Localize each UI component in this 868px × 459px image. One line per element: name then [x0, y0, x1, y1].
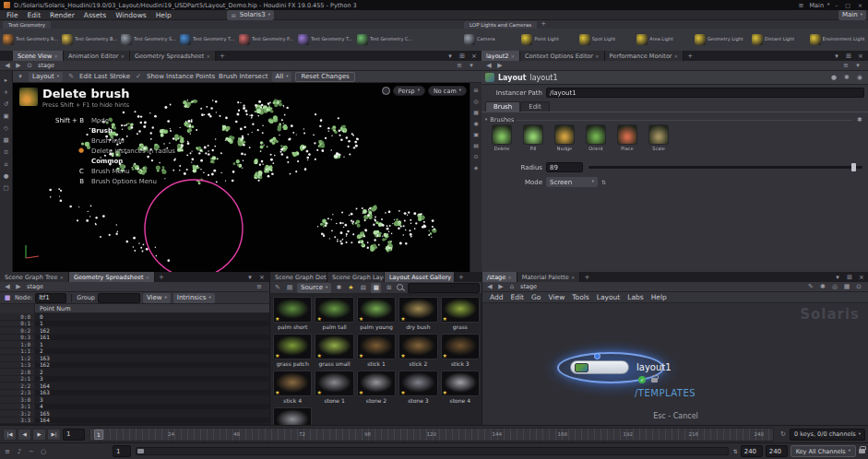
frame-all-icon[interactable]: ◈: [472, 163, 481, 171]
key-all-channels-button[interactable]: Key All Channels▾: [791, 445, 856, 457]
loop-mode-icon[interactable]: ↻: [779, 430, 788, 439]
close-tab-icon[interactable]: ×: [674, 53, 679, 59]
handles-tool-icon[interactable]: ◇: [2, 124, 10, 132]
menu-item[interactable]: Go: [528, 293, 544, 301]
pane-close-icon[interactable]: ×: [856, 52, 865, 61]
favorite-star-icon[interactable]: ★: [443, 315, 447, 322]
shelf-tool[interactable]: Distant Light: [752, 34, 807, 45]
view-select[interactable]: View▾: [143, 293, 171, 303]
playback-range-slider[interactable]: [136, 447, 729, 455]
motion-path-icon[interactable]: ~: [27, 447, 36, 456]
path-text[interactable]: stage: [520, 283, 537, 290]
display-flag-icon[interactable]: ✓: [638, 376, 646, 383]
close-button[interactable]: ×: [856, 2, 864, 8]
home-icon[interactable]: ⌂: [507, 282, 517, 291]
wireframe-icon[interactable]: ▦: [472, 108, 481, 116]
timeline-ruler[interactable]: 1 24487296120144168192216240: [89, 428, 774, 441]
forward-icon[interactable]: ▶: [14, 282, 23, 291]
favorite-star-icon[interactable]: ★: [275, 389, 279, 395]
tool-mode-select[interactable]: Layout▾: [29, 72, 63, 82]
range-end-field[interactable]: 240: [741, 445, 763, 457]
asset-item[interactable]: ★ dry bush: [398, 297, 437, 330]
node-label[interactable]: layout1: [636, 362, 672, 372]
brush-item[interactable]: Scale: [646, 124, 672, 151]
radius-field[interactable]: 89: [546, 162, 583, 172]
chevron-down-icon[interactable]: ▾: [853, 61, 862, 70]
instancer-path-field[interactable]: /layout1: [546, 88, 864, 98]
shelf-tool[interactable]: Test Geometry R...: [3, 34, 60, 45]
mode-select[interactable]: Screen▾: [546, 177, 598, 187]
translate-tool-icon[interactable]: +: [2, 88, 10, 96]
close-tab-icon[interactable]: ×: [571, 275, 576, 280]
pane-close-icon[interactable]: ×: [470, 52, 479, 61]
shelf-tab-lop-lights[interactable]: LOP Lights and Cameras: [464, 21, 537, 29]
intersect-filter-select[interactable]: All▾: [272, 72, 292, 82]
asset-item[interactable]: ★ grass small: [315, 334, 353, 367]
shelf-tool[interactable]: Area Light: [636, 34, 692, 45]
mode-spinner[interactable]: ⇅: [601, 179, 606, 185]
close-tab-icon[interactable]: ×: [510, 53, 515, 59]
pane-split-icon[interactable]: ⊞: [845, 273, 854, 282]
pencil-icon[interactable]: ✎: [66, 72, 76, 81]
close-tab-icon[interactable]: ×: [595, 53, 600, 59]
pane-split-icon[interactable]: ⊞: [458, 52, 467, 61]
desktop-menu-icon[interactable]: ≡: [797, 1, 806, 10]
chevron-down-icon[interactable]: ▾: [467, 61, 476, 70]
gear-icon[interactable]: ✱: [842, 73, 851, 82]
brush-item[interactable]: Place: [614, 124, 640, 151]
close-tab-icon[interactable]: ×: [120, 53, 125, 59]
jump-to-start-button[interactable]: |◀: [3, 429, 17, 441]
gear-icon[interactable]: ✱: [855, 115, 864, 124]
new-pane-tab-button[interactable]: +: [580, 272, 593, 282]
grid-toggle-icon[interactable]: ▤: [472, 141, 481, 149]
pane-split-icon[interactable]: ⊞: [844, 52, 853, 61]
back-icon[interactable]: ◀: [484, 61, 493, 70]
reset-changes-button[interactable]: Reset Changes: [295, 72, 354, 82]
asset-item[interactable]: ★ stone 1: [315, 371, 353, 404]
node-name[interactable]: layout1: [529, 74, 557, 82]
tab-scene-view[interactable]: Scene View×: [13, 51, 64, 61]
tab-edit[interactable]: Edit: [520, 101, 550, 112]
favorite-star-icon[interactable]: ★: [275, 352, 279, 359]
path-menu-icon[interactable]: ≡: [841, 61, 850, 70]
asset-item[interactable]: ★ palm young: [357, 297, 396, 330]
range-handle[interactable]: [137, 449, 144, 453]
network-canvas[interactable]: Solaris layout1 ✓ /TEMPLATES Esc - Cance…: [482, 303, 868, 425]
favorite-star-icon[interactable]: ★: [316, 352, 321, 359]
close-tab-icon[interactable]: ×: [54, 53, 58, 59]
menu-item[interactable]: Edit: [23, 11, 46, 19]
menu-item[interactable]: Edit: [507, 293, 529, 301]
menu-item[interactable]: Help: [151, 11, 176, 19]
snapshot-icon[interactable]: ⊙: [472, 152, 481, 160]
back-icon[interactable]: ◀: [3, 282, 12, 291]
keys-status[interactable]: 0 keys, 0/0 channels▾: [790, 429, 865, 441]
shelf-tool[interactable]: Test Geometry T...: [298, 34, 355, 45]
asset-item[interactable]: ★ stick 1: [357, 334, 396, 367]
playhead[interactable]: 1: [94, 430, 103, 440]
asset-item[interactable]: ★ stick 4: [273, 371, 312, 404]
keyframe-icon[interactable]: ●: [829, 73, 838, 82]
favorite-star-icon[interactable]: ★: [359, 352, 363, 359]
menu-item[interactable]: Assets: [79, 11, 111, 19]
shelf-tool[interactable]: Camera: [464, 34, 519, 45]
favorite-star-icon[interactable]: ★: [400, 389, 405, 395]
pane-menu-icon[interactable]: ▾: [245, 273, 255, 282]
menu-item[interactable]: Add: [486, 293, 507, 301]
brush-item[interactable]: Delete: [489, 124, 515, 151]
radius-slider[interactable]: [589, 166, 862, 169]
global-end-field[interactable]: 240: [766, 445, 788, 457]
asset-item[interactable]: ★ grass: [441, 297, 480, 330]
favorite-star-icon[interactable]: ★: [275, 315, 279, 322]
back-icon[interactable]: ◀: [3, 61, 12, 70]
realtime-toggle-icon[interactable]: ○: [39, 447, 48, 456]
brush-item[interactable]: Nudge: [552, 124, 577, 151]
asset-item[interactable]: ★ stick 3: [441, 334, 480, 367]
current-frame-field[interactable]: 1: [63, 429, 85, 441]
new-pane-tab-button[interactable]: +: [684, 51, 696, 61]
view-home-icon[interactable]: ⌂: [2, 159, 10, 168]
show-instance-points-toggle[interactable]: Show Instance Points: [147, 73, 215, 80]
favorite-star-icon[interactable]: ★: [316, 315, 321, 322]
menu-item[interactable]: Tools: [568, 293, 592, 301]
path-menu-icon[interactable]: ≡: [455, 61, 464, 70]
select-tool-icon[interactable]: ▸: [2, 76, 10, 84]
